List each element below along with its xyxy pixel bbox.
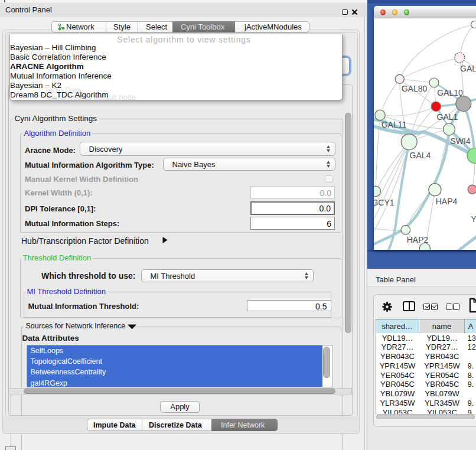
svg-text:HAP2: HAP2 [407, 235, 429, 244]
svg-text:GAL4: GAL4 [410, 151, 431, 160]
svg-text:HAP4: HAP4 [436, 197, 458, 206]
svg-text:GAL1: GAL1 [437, 112, 458, 122]
svg-text:YBR…: YBR… [471, 214, 476, 224]
svg-text:GAL10: GAL10 [437, 88, 463, 97]
svg-text:SWI4: SWI4 [450, 136, 470, 146]
svg-text:GAL80: GAL80 [402, 84, 428, 93]
svg-text:GAL11: GAL11 [382, 120, 407, 129]
svg-text:GCY1: GCY1 [374, 198, 395, 207]
svg-text:GAL7: GAL7 [460, 64, 476, 73]
